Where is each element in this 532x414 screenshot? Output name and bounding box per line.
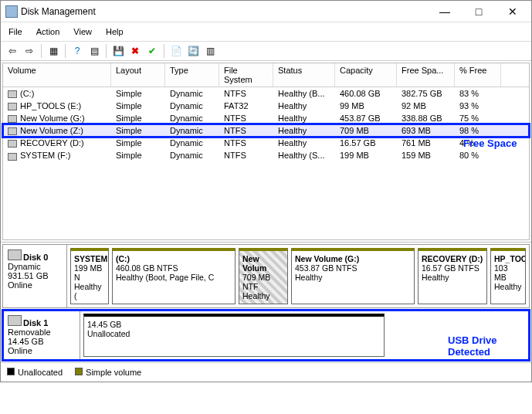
disk-label: Disk 0Dynamic931.51 GBOnline (3, 245, 67, 307)
partition[interactable]: RECOVERY (D:)16.57 GB NTFSHealthy (418, 248, 487, 304)
legend: Unallocated Simple volume (1, 362, 531, 382)
legend-unallocated: Unallocated (7, 368, 63, 377)
partition[interactable]: SYSTEM199 MB NHealthy ( (70, 248, 109, 304)
disk-row[interactable]: Disk 0Dynamic931.51 GBOnlineSYSTEM199 MB… (2, 244, 530, 308)
volume-row[interactable]: SYSTEM (F:)SimpleDynamicNTFSHealthy (S..… (3, 149, 529, 161)
col-volume[interactable]: Volume (3, 63, 111, 87)
extra-icon[interactable]: ▥ (203, 44, 217, 58)
help-icon[interactable]: ? (70, 44, 84, 58)
props-icon[interactable]: ▤ (87, 44, 101, 58)
disk-management-window: Disk Management — □ ✕ File Action View H… (0, 0, 532, 382)
check-icon[interactable]: ✔ (145, 44, 159, 58)
menu-file[interactable]: File (7, 25, 24, 38)
drive-icon (8, 103, 17, 110)
toolbar: ⇦ ⇨ ▦ ? ▤ 💾 ✖ ✔ 📄 🔄 ▥ (1, 42, 531, 61)
minimize-button[interactable]: — (428, 1, 462, 22)
window-title: Disk Management (21, 6, 96, 17)
volume-row[interactable]: New Volume (G:)SimpleDynamicNTFSHealthy4… (3, 112, 529, 124)
menu-view[interactable]: View (72, 25, 93, 38)
disk-label: Disk 1Removable14.45 GBOnline (3, 310, 80, 360)
back-button[interactable]: ⇦ (5, 44, 19, 58)
partition[interactable]: HP_TOO103 MBHealthy (490, 248, 526, 304)
col-free[interactable]: Free Spa... (397, 63, 455, 87)
volume-row[interactable]: (C:)SimpleDynamicNTFSHealthy (B...460.08… (3, 87, 529, 100)
col-fs[interactable]: File System (219, 63, 273, 87)
volume-row[interactable]: RECOVERY (D:)SimpleDynamicNTFSHealthy16.… (3, 137, 529, 149)
annotation-usb: USB Drive Detected (448, 334, 517, 358)
partition[interactable]: (C:)460.08 GB NTFSHealthy (Boot, Page Fi… (112, 248, 236, 304)
col-layout[interactable]: Layout (111, 63, 165, 87)
volume-list[interactable]: Volume Layout Type File System Status Ca… (2, 63, 530, 240)
partition[interactable]: New Volume (G:)453.87 GB NTFSHealthy (291, 248, 415, 304)
new-icon[interactable]: 📄 (169, 44, 183, 58)
volume-row[interactable]: New Volume (Z:)SimpleDynamicNTFSHealthy7… (3, 124, 529, 137)
drive-icon (8, 127, 17, 135)
col-pctfree[interactable]: % Free (455, 63, 501, 87)
annotation-free-space: Free Space (463, 137, 517, 149)
column-headers[interactable]: Volume Layout Type File System Status Ca… (3, 63, 529, 87)
menubar: File Action View Help (1, 22, 531, 42)
col-capacity[interactable]: Capacity (335, 63, 397, 87)
grid-icon[interactable]: ▦ (46, 44, 60, 58)
titlebar[interactable]: Disk Management — □ ✕ (1, 1, 531, 22)
delete-icon[interactable]: ✖ (128, 44, 142, 58)
partition[interactable]: New Volum709 MB NTFHealthy (239, 248, 288, 304)
partition[interactable]: 14.45 GBUnallocated (83, 314, 385, 357)
refresh-icon[interactable]: 🔄 (186, 44, 200, 58)
disk-icon (8, 249, 22, 260)
menu-action[interactable]: Action (35, 25, 62, 38)
drive-icon (8, 115, 17, 123)
drive-icon (8, 90, 17, 98)
volume-row[interactable]: HP_TOOLS (E:)SimpleDynamicFAT32Healthy99… (3, 100, 529, 112)
legend-simple: Simple volume (75, 368, 141, 377)
close-button[interactable]: ✕ (496, 1, 530, 22)
menu-help[interactable]: Help (104, 25, 125, 38)
drive-icon (8, 153, 17, 161)
col-status[interactable]: Status (273, 63, 335, 87)
drive-icon[interactable]: 💾 (111, 44, 125, 58)
forward-button[interactable]: ⇨ (22, 44, 36, 58)
col-type[interactable]: Type (165, 63, 219, 87)
disk-icon (8, 315, 22, 326)
drive-icon (8, 140, 17, 148)
maximize-button[interactable]: □ (462, 1, 496, 22)
app-icon (5, 5, 18, 18)
